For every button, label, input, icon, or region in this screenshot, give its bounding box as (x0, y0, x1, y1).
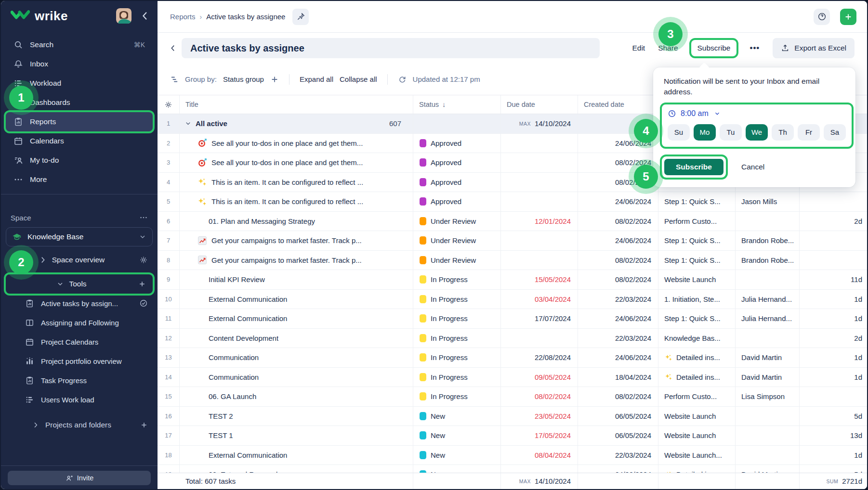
sidebar-item-inbox[interactable]: Inbox (6, 54, 153, 74)
add-project-icon[interactable] (140, 421, 148, 429)
day-chip-sa[interactable]: Sa (824, 124, 846, 141)
status-swatch (420, 451, 426, 459)
cancel-button[interactable]: Cancel (741, 163, 764, 171)
refresh-icon[interactable] (398, 75, 407, 84)
pin-button[interactable] (292, 9, 309, 25)
column-header-created-date[interactable]: Created date (578, 95, 658, 114)
gear-icon[interactable] (139, 256, 148, 264)
calendar-icon (25, 337, 34, 347)
collapse-sidebar-icon[interactable] (139, 10, 151, 22)
sidebar-item-project-calendars[interactable]: Project Calendars (1, 332, 158, 351)
table-row[interactable]: 11 External Communication In Progress 17… (158, 309, 867, 329)
title-cell: TEST 1 (180, 426, 413, 445)
sidebar-item-calendars[interactable]: Calendars (6, 131, 153, 151)
help-button[interactable] (814, 9, 830, 25)
table-row[interactable]: 18 External Communication New 08/04/2024… (158, 446, 867, 465)
breadcrumb-reports[interactable]: Reports (170, 13, 196, 21)
day-chip-mo[interactable]: Mo (694, 124, 716, 141)
chevron-right-icon (32, 421, 39, 429)
column-header-status[interactable]: Status ↓ (413, 95, 501, 114)
sidebar-item-assigning-following[interactable]: Assigning and Following (1, 313, 158, 332)
table-settings-cell[interactable] (158, 95, 180, 114)
sidebar-item-more[interactable]: More (6, 170, 153, 189)
day-chip-su[interactable]: Su (668, 124, 690, 141)
step-badge-5: 5 (634, 165, 658, 189)
due-date-cell (501, 231, 578, 250)
chevron-down-icon[interactable] (184, 120, 192, 127)
table-row[interactable]: 17 TEST 1 New 17/05/2024 06/05/2024 Webs… (158, 426, 867, 446)
table-row[interactable]: 14 Communication In Progress 09/05/2024 … (158, 368, 867, 387)
task-title: Communication (209, 373, 259, 381)
table-row[interactable]: 12 Content Development In Progress 22/03… (158, 329, 867, 348)
day-chip-fr[interactable]: Fr (798, 124, 820, 141)
created-date-cell: 24/06/2024 (578, 192, 658, 211)
due-date-cell (501, 134, 578, 153)
export-excel-button[interactable]: Export as Excel (773, 38, 855, 58)
upload-icon (781, 44, 789, 52)
table-row[interactable]: 15 06. GA Launch In Progress 08/02/2024 … (158, 387, 867, 407)
space-menu-icon[interactable] (139, 213, 148, 222)
day-chip-we[interactable]: We (746, 124, 768, 141)
subscribe-confirm-button[interactable]: Subscribe (663, 158, 724, 176)
avatar[interactable] (116, 8, 132, 24)
task-title: External Communication (209, 295, 287, 303)
subscribe-button[interactable]: Subscribe (691, 40, 737, 56)
time-selector[interactable]: 8:00 am (668, 109, 846, 118)
day-chip-tu[interactable]: Tu (720, 124, 742, 141)
status-label: In Progress (431, 334, 468, 342)
sidebar-item-tools[interactable]: Tools (6, 274, 153, 294)
parent-label: Website Launch... (664, 451, 722, 459)
table-row[interactable]: 7 Get your campaigns to market faster. T… (158, 231, 867, 251)
report-title-input[interactable]: Active tasks by assignee (182, 38, 600, 58)
chevron-right-icon (39, 256, 47, 264)
more-actions-button[interactable]: ••• (750, 43, 760, 53)
space-overview-label: Space overview (52, 256, 105, 264)
group-by-value[interactable]: Status group (223, 75, 264, 83)
add-tool-icon[interactable] (138, 280, 146, 288)
collapse-all-button[interactable]: Collapse all (340, 75, 377, 83)
table-row[interactable]: 16 TEST 2 New 23/05/2024 06/05/2024 Webs… (158, 407, 867, 426)
sidebar-item-projects-and-folders[interactable]: Projects and folders (1, 415, 158, 435)
sidebar-item-users-workload[interactable]: Users Work load (1, 390, 158, 409)
global-add-button[interactable] (840, 9, 856, 25)
table-row[interactable]: 10 External Communication In Progress 03… (158, 290, 867, 309)
table-row[interactable]: 6 01. Plan and Messaging Strategy Under … (158, 212, 867, 232)
column-header-due-date[interactable]: Due date (501, 95, 578, 114)
step-badge-3: 3 (658, 22, 683, 46)
add-grouping-icon[interactable] (270, 75, 279, 84)
sidebar-item-project-portfolio[interactable]: Project portfolio overview (1, 351, 158, 371)
status-label: Under Review (431, 236, 476, 245)
status-swatch (420, 217, 426, 225)
day-chip-th[interactable]: Th (772, 124, 794, 141)
parent-label: Detailed ins... (676, 373, 720, 381)
row-number: 14 (158, 368, 180, 387)
sidebar-item-task-progress[interactable]: Task Progress (1, 371, 158, 390)
invite-button[interactable]: Invite (8, 471, 151, 485)
parent-cell: Detailed ins... (658, 465, 736, 473)
due-date-cell: 17/07/2024 (501, 309, 578, 328)
table-row[interactable]: 5 This is an item. It can be configured … (158, 192, 867, 212)
back-button[interactable] (164, 44, 182, 52)
chevron-left-icon (169, 44, 177, 52)
assignee-cell: Julia Hernand... (736, 309, 800, 328)
sidebar-item-my-todo[interactable]: My to-do (6, 151, 153, 170)
column-header-title[interactable]: Title (180, 95, 413, 114)
edit-button[interactable]: Edit (632, 44, 645, 52)
person-add-icon (65, 474, 73, 482)
title-cell: See all your to-dos in one place and get… (180, 134, 413, 153)
table-row[interactable]: 8 Get your campaigns to market faster. T… (158, 251, 867, 271)
table-row[interactable]: 19 03. External Research New 24/06/2024 … (158, 465, 867, 473)
subscribe-popup: Notification will be sent to your Inbox … (653, 67, 855, 187)
table-row[interactable]: 13 Communication In Progress 22/08/2024 … (158, 348, 867, 368)
sidebar-item-knowledge-base[interactable]: Knowledge Base (6, 227, 153, 246)
expand-all-button[interactable]: Expand all (300, 75, 333, 83)
tool-label: Project portfolio overview (41, 357, 122, 365)
table-row[interactable]: 9 Initial KPI Review In Progress 15/05/2… (158, 270, 867, 290)
sidebar-item-reports[interactable]: Reports (6, 112, 153, 131)
sidebar-item-search[interactable]: Search ⌘K (6, 35, 153, 54)
toolbar-divider (387, 74, 388, 85)
sidebar-item-active-tasks[interactable]: Active tasks by assign... (1, 294, 158, 313)
created-date-cell: 08/02/2024 (578, 212, 658, 231)
title-cell: This is an item. It can be configured to… (180, 173, 413, 192)
status-cell: In Progress (413, 329, 501, 348)
